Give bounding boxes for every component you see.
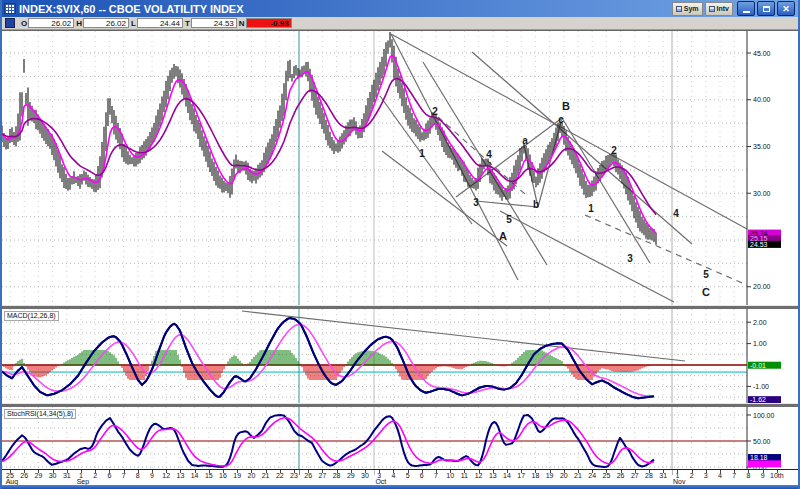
price-chart-svg[interactable]: 12345AabcB12345C45.0040.0035.0030.0020.0… xyxy=(2,31,798,306)
date-label: 26 xyxy=(304,472,312,479)
date-label: 14 xyxy=(191,472,199,479)
date-label: 20 xyxy=(247,472,255,479)
price-ytick: 20.00 xyxy=(753,283,771,290)
high-value: 26.02 xyxy=(83,18,129,28)
macd-pane[interactable]: 2.001.00-1.00-0.01-1.62 xyxy=(2,309,798,403)
high-label: H xyxy=(76,19,82,28)
date-label: 21 xyxy=(262,472,270,479)
date-label: 27 xyxy=(318,472,326,479)
date-label: 2 xyxy=(690,472,694,479)
maximize-button[interactable] xyxy=(757,1,775,16)
stoch-pane[interactable]: 100.0050.000.0018.18 xyxy=(2,407,798,469)
date-label: 31 xyxy=(63,472,71,479)
date-label: 29 xyxy=(34,472,42,479)
low-value: 24.44 xyxy=(137,18,183,28)
symbol-button[interactable]: Sym xyxy=(672,2,703,16)
date-label: 8 xyxy=(136,472,140,479)
date-label: 24 xyxy=(588,472,596,479)
date-label: 30 xyxy=(361,472,369,479)
date-label: 17 xyxy=(517,472,525,479)
price-ytick: 45.00 xyxy=(753,50,771,57)
date-label: 20 xyxy=(560,472,568,479)
price-pane[interactable]: 12345AabcB12345C45.0040.0035.0030.0020.0… xyxy=(2,30,798,306)
date-label: 3 xyxy=(704,472,708,479)
wave-label-4: 4 xyxy=(486,149,492,160)
date-label: 5 xyxy=(406,472,410,479)
date-label: 29 xyxy=(347,472,355,479)
date-label: 12 xyxy=(475,472,483,479)
event-tick xyxy=(299,470,300,475)
chart-icon xyxy=(4,3,16,14)
date-label: 10 xyxy=(446,472,454,479)
symbol-window-icon xyxy=(676,6,682,12)
open-label: O xyxy=(21,19,27,28)
ma_slow-line xyxy=(2,79,656,215)
macd-chart-svg[interactable]: 2.001.00-1.00-0.01-1.62 xyxy=(2,309,798,403)
date-label: 28 xyxy=(645,472,653,479)
wave-label-C: C xyxy=(702,286,710,298)
window-bottom-frame xyxy=(2,485,798,489)
date-label: 31 xyxy=(659,472,667,479)
wave-label-b: b xyxy=(533,199,539,210)
date-label: 16 xyxy=(219,472,227,479)
date-label: 15 xyxy=(205,472,213,479)
time-axis: 25Aug262930311Sep26789121314151619202122… xyxy=(2,469,798,485)
date-label: 13 xyxy=(176,472,184,479)
wave-label-5: 5 xyxy=(703,269,709,280)
net-label: N xyxy=(239,19,245,28)
wave-label-3: 3 xyxy=(473,197,479,208)
close-button[interactable]: ✕ xyxy=(777,1,795,16)
price-ytick: 30.00 xyxy=(753,190,771,197)
close-icon: ✕ xyxy=(782,4,790,14)
macd-indicator-label: MACD(12,26,8) xyxy=(4,311,59,321)
date-label: 26 xyxy=(20,472,28,479)
date-label: 7 xyxy=(434,472,438,479)
open-value: 26.02 xyxy=(28,18,74,28)
date-label: 9 xyxy=(761,472,765,479)
macd-ytick: -1.00 xyxy=(753,383,769,390)
net-change-value: -0.93 xyxy=(246,18,292,28)
date-label: 30 xyxy=(49,472,57,479)
price-ytick: 35.00 xyxy=(753,143,771,150)
stoch-indicator-label: StochRSI(14,34(5),8) xyxy=(4,409,76,419)
date-label: 6 xyxy=(420,472,424,479)
minimize-button[interactable] xyxy=(737,1,755,16)
stochrsi_signal-line xyxy=(2,418,654,466)
date-label: 6 xyxy=(107,472,111,479)
price-ytick: 40.00 xyxy=(753,96,771,103)
link-square-icon[interactable] xyxy=(5,18,15,28)
wave-label-A: A xyxy=(499,230,507,242)
date-label: 19 xyxy=(233,472,241,479)
ma_fast-line xyxy=(2,55,656,233)
wave-label-4: 4 xyxy=(673,208,679,219)
macd-value-badge: -0.01 xyxy=(750,362,766,369)
interval-window-icon xyxy=(709,6,715,12)
month-label: Aug xyxy=(6,478,18,485)
stoch-ytick: 50.00 xyxy=(753,438,771,445)
stoch-chart-svg[interactable]: 100.0050.000.0018.18 xyxy=(2,407,798,469)
month-label: Oct xyxy=(375,478,386,485)
date-label: 2 xyxy=(93,472,97,479)
minimize-icon xyxy=(743,11,750,13)
price-bars xyxy=(2,32,656,245)
wave-label-B: B xyxy=(562,100,570,112)
date-label: 14 xyxy=(503,472,511,479)
price-value-badge: 24.53 xyxy=(750,241,768,248)
interval-button[interactable]: Intv xyxy=(705,2,733,16)
trade-label: T xyxy=(185,19,190,28)
month-label: Sep xyxy=(77,478,89,485)
date-label: 21 xyxy=(574,472,582,479)
date-label: 4 xyxy=(718,472,722,479)
stoch-ytick: 100.00 xyxy=(753,412,775,419)
date-label: 19 xyxy=(546,472,554,479)
window-title: INDEX:$VIX,60 -- CBOE VOLATILITY INDEX xyxy=(19,3,244,15)
date-label: 23 xyxy=(290,472,298,479)
title-bar[interactable]: INDEX:$VIX,60 -- CBOE VOLATILITY INDEX S… xyxy=(2,0,798,17)
wave-label-5: 5 xyxy=(506,214,512,225)
macd-value-badge: -1.62 xyxy=(750,396,766,403)
wave-label-a: a xyxy=(522,135,528,146)
date-label: 4 xyxy=(391,472,395,479)
date-label: 12 xyxy=(162,472,170,479)
wave-label-1: 1 xyxy=(419,148,425,159)
stoch-value-badge: 18.18 xyxy=(750,454,768,461)
